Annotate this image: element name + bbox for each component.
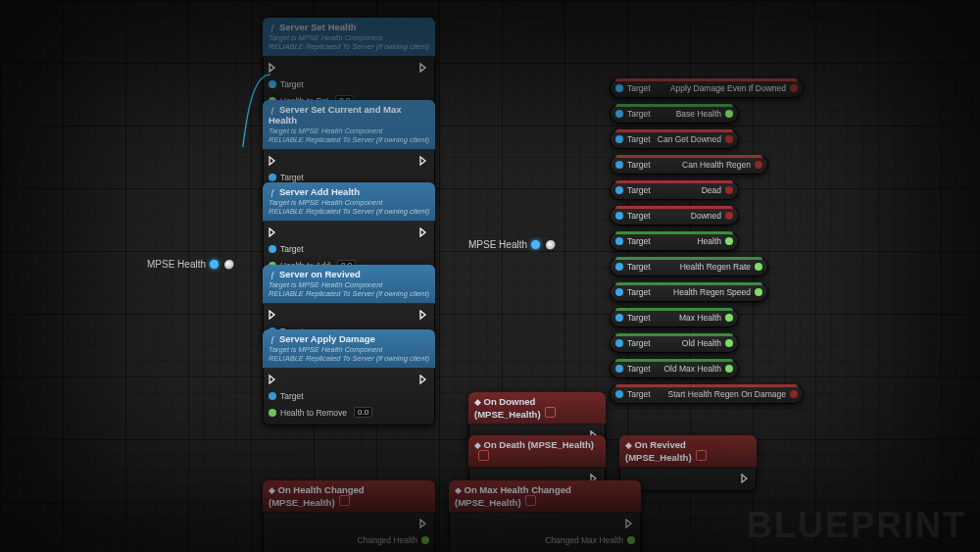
delegate-pin-icon[interactable] <box>478 450 489 461</box>
node-header: ◆ On Revived (MPSE_Health) <box>619 435 757 468</box>
event-icon: ◆ <box>455 485 462 495</box>
variable-label: MPSE Health <box>147 259 206 270</box>
value-output-pin[interactable]: Can Get Downed <box>658 134 733 144</box>
exec-out-pin[interactable] <box>741 474 751 483</box>
delegate-pin-icon[interactable] <box>339 495 350 506</box>
target-pin[interactable]: Target <box>615 338 651 348</box>
function-icon: f <box>269 187 276 197</box>
exec-in-pin[interactable] <box>269 156 278 166</box>
node-header: fServer Add HealthTarget is MPSE Health … <box>263 182 435 222</box>
target-pin[interactable]: Target <box>615 313 651 323</box>
target-pin[interactable]: Target <box>615 389 651 399</box>
variable-label: MPSE Health <box>468 239 527 250</box>
variable-source-right[interactable]: MPSE Health <box>468 239 556 250</box>
value-output-pin[interactable]: Base Health <box>676 109 733 119</box>
exec-out-pin[interactable] <box>419 519 429 528</box>
event-node[interactable]: ◆ On Health Changed (MPSE_Health)Changed… <box>263 480 435 552</box>
getter-node[interactable]: TargetHealth Regen Rate <box>610 257 768 276</box>
function-icon: f <box>269 270 276 279</box>
target-pin[interactable]: Target <box>615 134 651 144</box>
delegate-pin-icon[interactable] <box>545 407 556 418</box>
target-pin[interactable]: Target <box>615 109 651 119</box>
target-pin[interactable]: Target <box>615 287 651 297</box>
value-output-pin[interactable]: Can Health Regen <box>682 160 762 170</box>
event-icon: ◆ <box>474 397 481 407</box>
value-output-pin[interactable]: Dead <box>702 185 733 195</box>
float-input-pin[interactable]: Health to Remove0.0 <box>269 407 372 418</box>
node-header: fServer Apply DamageTarget is MPSE Healt… <box>263 329 435 369</box>
event-icon: ◆ <box>269 485 275 495</box>
exec-in-pin[interactable] <box>269 375 278 384</box>
function-icon: f <box>269 23 276 32</box>
delegate-pin-icon[interactable] <box>525 495 536 506</box>
node-header: fServer on RevivedTarget is MPSE Health … <box>263 265 435 304</box>
target-pin[interactable]: Target <box>269 391 304 401</box>
value-output-pin[interactable]: Health Regen Rate <box>680 262 762 272</box>
getter-node[interactable]: TargetCan Get Downed <box>610 129 739 149</box>
getter-node[interactable]: TargetApply Damage Even If Downed <box>610 78 804 98</box>
target-pin[interactable]: Target <box>615 364 651 374</box>
node-header: ◆ On Health Changed (MPSE_Health) <box>263 480 435 513</box>
exec-out-pin[interactable] <box>419 63 429 73</box>
getter-node[interactable]: TargetDowned <box>610 206 739 226</box>
getter-node[interactable]: TargetOld Max Health <box>610 359 739 378</box>
float-output-pin[interactable]: Changed Health <box>358 535 429 545</box>
node-header: ◆ On Downed (MPSE_Health) <box>468 392 606 425</box>
target-pin[interactable]: Target <box>615 211 651 221</box>
target-pin[interactable]: Target <box>615 262 651 272</box>
node-header: ◆ On Max Health Changed (MPSE_Health) <box>449 480 641 513</box>
target-pin[interactable]: Target <box>615 160 651 170</box>
event-icon: ◆ <box>474 440 481 450</box>
burst-icon <box>224 260 234 270</box>
event-node[interactable]: ◆ On Max Health Changed (MPSE_Health)Cha… <box>449 480 641 552</box>
value-output-pin[interactable]: Old Health <box>682 338 733 348</box>
exec-in-pin[interactable] <box>269 227 278 237</box>
value-output-pin[interactable]: Start Health Regen On Damage <box>668 389 798 399</box>
value-output-pin[interactable]: Apply Damage Even If Downed <box>670 83 798 93</box>
target-pin[interactable]: Target <box>615 83 651 93</box>
value-output-pin[interactable]: Downed <box>691 211 733 221</box>
burst-icon <box>546 240 556 250</box>
target-pin[interactable]: Target <box>269 173 304 182</box>
getter-node[interactable]: TargetCan Health Regen <box>610 155 768 175</box>
getter-node[interactable]: TargetMax Health <box>610 308 739 327</box>
exec-out-pin[interactable] <box>419 310 429 320</box>
exec-out-pin[interactable] <box>419 156 429 166</box>
float-output-pin[interactable]: Changed Max Health <box>545 535 635 545</box>
target-pin[interactable]: Target <box>269 244 304 254</box>
value-output-pin[interactable]: Health <box>697 236 733 246</box>
node-header: ◆ On Death (MPSE_Health) <box>468 435 606 468</box>
delegate-pin-icon[interactable] <box>696 450 707 461</box>
exec-in-pin[interactable] <box>269 310 278 320</box>
target-pin[interactable]: Target <box>615 236 651 246</box>
getter-node[interactable]: TargetHealth Regen Speed <box>610 282 768 302</box>
function-node[interactable]: fServer Apply DamageTarget is MPSE Healt… <box>263 329 435 426</box>
function-icon: f <box>269 334 276 344</box>
getter-node[interactable]: TargetOld Health <box>610 333 739 353</box>
node-header: fServer Set HealthTarget is MPSE Health … <box>263 18 435 57</box>
exec-out-pin[interactable] <box>419 375 429 384</box>
value-output-pin[interactable]: Health Regen Speed <box>673 287 762 297</box>
getter-node[interactable]: TargetDead <box>610 180 739 200</box>
exec-out-pin[interactable] <box>625 519 635 528</box>
target-pin[interactable]: Target <box>269 79 304 89</box>
output-pin-icon <box>531 240 540 249</box>
output-pin-icon <box>210 260 219 269</box>
function-icon: f <box>269 105 276 115</box>
value-output-pin[interactable]: Max Health <box>679 313 733 323</box>
getter-node[interactable]: TargetStart Health Regen On Damage <box>610 384 804 404</box>
target-pin[interactable]: Target <box>615 185 651 195</box>
exec-in-pin[interactable] <box>269 63 278 73</box>
event-icon: ◆ <box>625 440 632 450</box>
node-header: fServer Set Current and Max HealthTarget… <box>263 100 435 150</box>
value-output-pin[interactable]: Old Max Health <box>663 364 733 374</box>
getter-node[interactable]: TargetBase Health <box>610 104 739 124</box>
exec-out-pin[interactable] <box>419 227 429 237</box>
variable-source-left[interactable]: MPSE Health <box>147 259 234 270</box>
getter-node[interactable]: TargetHealth <box>610 231 739 251</box>
